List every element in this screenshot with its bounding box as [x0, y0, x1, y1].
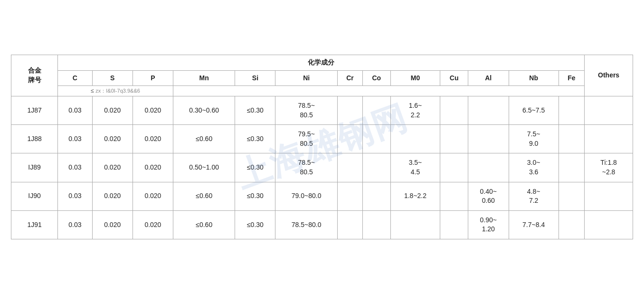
cell-co — [363, 125, 390, 153]
cell-mn: ≤0.60 — [173, 210, 235, 239]
cell-mo — [390, 125, 440, 153]
cell-mo: 1.6~ 2.2 — [390, 96, 440, 125]
col-Mo: M0 — [390, 70, 440, 86]
constraint-cell: ≤ zx：I&0I-7q3.9&&6 — [58, 86, 173, 96]
cell-cu — [440, 182, 468, 210]
col-Nb: Nb — [509, 70, 559, 86]
cell-mn: ≤0.60 — [173, 125, 235, 153]
cell-s: 0.020 — [92, 153, 133, 182]
cell-si: ≤0.30 — [235, 125, 275, 153]
cell-cu — [440, 96, 468, 125]
cell-al: 0.40~ 0.60 — [468, 182, 509, 210]
cell-nb: 7.5~ 9.0 — [509, 125, 559, 153]
cell-mo — [390, 210, 440, 239]
cell-others: Ti:1.8 ~2.8 — [585, 153, 633, 182]
alloy-cell: 1J91 — [11, 210, 58, 239]
table-row: IJ890.030.0200.0200.50~1.00≤0.3078.5~ 80… — [11, 153, 633, 182]
cell-cr — [337, 182, 362, 210]
cell-co — [363, 182, 390, 210]
cell-nb: 4.8~ 7.2 — [509, 182, 559, 210]
col-P: P — [133, 70, 173, 86]
cell-fe — [559, 210, 585, 239]
cell-si: ≤0.30 — [235, 96, 275, 125]
cell-si: ≤0.30 — [235, 210, 275, 239]
col-C: C — [58, 70, 92, 86]
cell-cr — [337, 96, 362, 125]
cell-s: 0.020 — [92, 182, 133, 210]
cell-mo: 3.5~ 4.5 — [390, 153, 440, 182]
cell-c: 0.03 — [58, 96, 92, 125]
cell-mn: ≤0.60 — [173, 182, 235, 210]
cell-cu — [440, 210, 468, 239]
cell-co — [363, 96, 390, 125]
cell-nb: 7.7~8.4 — [509, 210, 559, 239]
chemical-composition-table: 合金 牌号 化学成分 Others C S P Mn Si Ni Cr Co M… — [11, 55, 633, 239]
cell-mn: 0.50~1.00 — [173, 153, 235, 182]
cell-mn: 0.30~0.60 — [173, 96, 235, 125]
table-row: IJ900.030.0200.020≤0.60≤0.3079.0~80.01.8… — [11, 182, 633, 210]
cell-ni: 78.5~ 80.5 — [275, 153, 337, 182]
cell-p: 0.020 — [133, 125, 173, 153]
col-S: S — [92, 70, 133, 86]
cell-nb: 6.5~7.5 — [509, 96, 559, 125]
cell-c: 0.03 — [58, 125, 92, 153]
cell-fe — [559, 182, 585, 210]
cell-si: ≤0.30 — [235, 153, 275, 182]
table-row: 1J910.030.0200.020≤0.60≤0.3078.5~80.00.9… — [11, 210, 633, 239]
cell-co — [363, 210, 390, 239]
cell-nb: 3.0~ 3.6 — [509, 153, 559, 182]
cell-cu — [440, 125, 468, 153]
cell-s: 0.020 — [92, 96, 133, 125]
table-row: 1J880.030.0200.020≤0.60≤0.3079.5~ 80.57.… — [11, 125, 633, 153]
cell-fe — [559, 153, 585, 182]
alloy-cell: IJ89 — [11, 153, 58, 182]
cell-cr — [337, 210, 362, 239]
cell-p: 0.020 — [133, 96, 173, 125]
others-header: Others — [585, 55, 633, 96]
cell-others — [585, 125, 633, 153]
cell-ni: 79.0~80.0 — [275, 182, 337, 210]
cell-others — [585, 210, 633, 239]
col-Cr: Cr — [337, 70, 362, 86]
col-Cu: Cu — [440, 70, 468, 86]
cell-c: 0.03 — [58, 210, 92, 239]
cell-p: 0.020 — [133, 182, 173, 210]
cell-c: 0.03 — [58, 182, 92, 210]
cell-al: 0.90~ 1.20 — [468, 210, 509, 239]
col-Ni: Ni — [275, 70, 337, 86]
col-Si: Si — [235, 70, 275, 86]
cell-ni: 78.5~ 80.5 — [275, 96, 337, 125]
cell-cr — [337, 153, 362, 182]
col-Al: Al — [468, 70, 509, 86]
col-Mn: Mn — [173, 70, 235, 86]
cell-al — [468, 153, 509, 182]
cell-mo: 1.8~2.2 — [390, 182, 440, 210]
alloy-cell: IJ90 — [11, 182, 58, 210]
alloy-cell: 1J88 — [11, 125, 58, 153]
table-row: 1J870.030.0200.0200.30~0.60≤0.3078.5~ 80… — [11, 96, 633, 125]
cell-c: 0.03 — [58, 153, 92, 182]
cell-s: 0.020 — [92, 125, 133, 153]
chem-comp-header: 化学成分 — [58, 55, 585, 71]
alloy-cell: 1J87 — [11, 96, 58, 125]
cell-fe — [559, 125, 585, 153]
cell-fe — [559, 96, 585, 125]
cell-si: ≤0.30 — [235, 182, 275, 210]
cell-p: 0.020 — [133, 153, 173, 182]
table-wrapper: 上海雄钢网 合金 牌号 化学成分 Others C S P Mn — [11, 55, 633, 239]
col-Co: Co — [363, 70, 390, 86]
cell-al — [468, 125, 509, 153]
cell-others — [585, 182, 633, 210]
col-Fe: Fe — [559, 70, 585, 86]
cell-cu — [440, 153, 468, 182]
cell-al — [468, 96, 509, 125]
cell-s: 0.020 — [92, 210, 133, 239]
cell-ni: 78.5~80.0 — [275, 210, 337, 239]
cell-cr — [337, 125, 362, 153]
cell-co — [363, 153, 390, 182]
cell-others — [585, 96, 633, 125]
cell-p: 0.020 — [133, 210, 173, 239]
cell-ni: 79.5~ 80.5 — [275, 125, 337, 153]
alloy-header: 合金 牌号 — [11, 55, 58, 96]
